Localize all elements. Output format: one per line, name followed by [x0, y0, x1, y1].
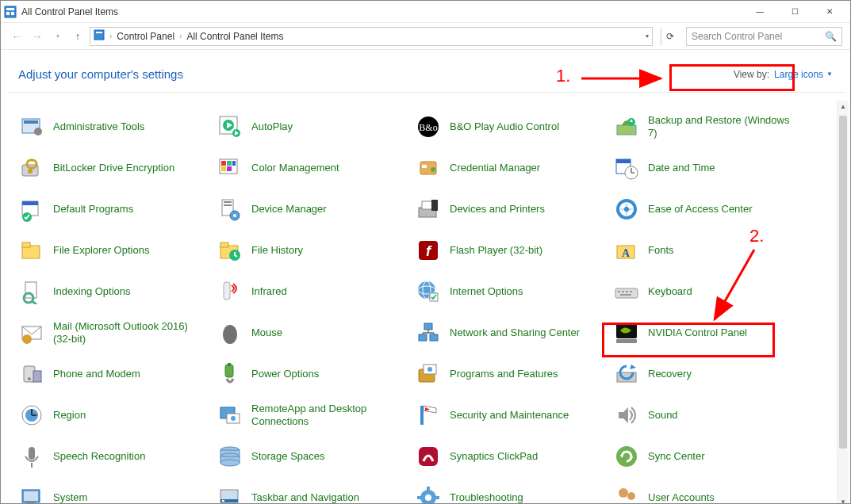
cp-item-security[interactable]: Security and Maintenance [412, 395, 610, 435]
forward-button[interactable]: → [29, 29, 45, 44]
cp-item-mail[interactable]: Mail (Microsoft Outlook 2016) (32-bit) [15, 313, 213, 353]
cp-item-nvidia[interactable]: NVIDIA Control Panel [610, 313, 808, 353]
back-button[interactable]: ← [9, 29, 25, 44]
cp-item-label: Indexing Options [53, 285, 131, 298]
cp-item-credential[interactable]: Credential Manager [412, 148, 610, 188]
cp-item-label: Internet Options [450, 285, 523, 298]
cp-item-recovery[interactable]: Recovery [610, 354, 808, 394]
cp-item-sync[interactable]: Sync Center [610, 437, 808, 476]
backup-icon [613, 113, 640, 140]
breadcrumb-root[interactable]: Control Panel [117, 31, 174, 42]
svg-rect-104 [420, 406, 424, 425]
svg-rect-25 [232, 161, 236, 166]
svg-rect-16 [617, 125, 636, 135]
cp-item-synaptics[interactable]: Synaptics ClickPad [412, 437, 610, 476]
cp-item-ease-access[interactable]: Ease of Access Center [610, 189, 808, 229]
view-by-value[interactable]: Large icons ▼ [774, 69, 833, 80]
svg-rect-71 [626, 291, 628, 292]
cp-item-label: File History [251, 244, 303, 257]
search-input[interactable] [692, 31, 822, 42]
cp-item-backup[interactable]: Backup and Restore (Windows 7) [610, 107, 808, 147]
cp-item-device-manager[interactable]: Device Manager [213, 189, 412, 229]
maximize-button[interactable]: ☐ [777, 1, 812, 23]
svg-point-116 [616, 446, 637, 467]
cp-item-network[interactable]: Network and Sharing Center [412, 313, 610, 353]
cp-item-keyboard[interactable]: Keyboard [610, 272, 808, 311]
cp-item-power[interactable]: Power Options [213, 354, 412, 394]
scroll-down-button[interactable]: ▼ [838, 496, 849, 504]
cp-item-admin-tools[interactable]: Administrative Tools [15, 107, 213, 147]
cp-item-troubleshoot[interactable]: Troubleshooting [412, 478, 610, 504]
cp-item-default-programs[interactable]: Default Programs [15, 189, 213, 229]
svg-line-62 [32, 301, 36, 304]
cp-item-sound[interactable]: Sound [610, 395, 808, 435]
svg-rect-3 [11, 12, 14, 15]
svg-rect-27 [227, 166, 232, 171]
refresh-button[interactable]: ⟳ [661, 28, 678, 45]
svg-rect-24 [227, 161, 232, 166]
cp-item-autoplay[interactable]: AutoPlay [213, 107, 412, 147]
cp-item-bitlocker[interactable]: BitLocker Drive Encryption [15, 148, 213, 188]
search-box[interactable]: 🔍 [686, 27, 842, 46]
titlebar: All Control Panel Items — ☐ ✕ [1, 1, 850, 23]
scroll-track[interactable] [838, 113, 849, 496]
cp-item-phone[interactable]: Phone and Modem [15, 354, 213, 394]
cp-item-flash[interactable]: fFlash Player (32-bit) [412, 231, 610, 270]
storage-icon [217, 443, 243, 470]
cp-item-label: NVIDIA Control Panel [648, 326, 747, 339]
svg-text:A: A [622, 247, 631, 259]
cp-item-mouse[interactable]: Mouse [213, 313, 412, 353]
items-grid: Administrative ToolsAutoPlayB&oB&O Play … [15, 107, 844, 504]
cp-item-speech[interactable]: Speech Recognition [15, 437, 213, 476]
svg-rect-80 [424, 323, 432, 330]
cp-item-label: Sound [648, 409, 678, 422]
cp-item-region[interactable]: Region [15, 395, 213, 435]
cp-item-label: Ease of Access Center [648, 203, 753, 216]
cp-item-color[interactable]: Color Management [213, 148, 412, 188]
svg-rect-29 [422, 165, 427, 168]
cp-item-file-explorer[interactable]: File Explorer Options [15, 231, 213, 270]
cp-item-bno[interactable]: B&oB&O Play Audio Control [412, 107, 610, 147]
up-button[interactable]: ↑ [71, 29, 85, 44]
cp-item-taskbar[interactable]: Taskbar and Navigation [213, 478, 412, 504]
cp-item-label: B&O Play Audio Control [450, 120, 559, 133]
cp-item-infrared[interactable]: Infrared [213, 272, 412, 311]
cp-item-user-accounts[interactable]: User Accounts [610, 478, 808, 504]
address-bar[interactable]: › Control Panel › All Control Panel Item… [90, 27, 653, 46]
cp-item-devices-printers[interactable]: Devices and Printers [412, 189, 610, 229]
view-by-control[interactable]: View by: Large icons ▼ [734, 69, 833, 80]
svg-point-8 [34, 128, 42, 136]
cp-item-programs[interactable]: Programs and Features [412, 354, 610, 394]
cp-item-system[interactable]: System [15, 478, 213, 504]
indexing-icon [18, 278, 45, 305]
cp-item-internet[interactable]: Internet Options [412, 272, 610, 311]
scroll-up-button[interactable]: ▲ [838, 101, 849, 113]
recovery-icon [613, 361, 640, 388]
svg-rect-73 [620, 294, 631, 296]
svg-marker-96 [630, 365, 636, 369]
taskbar-icon [217, 484, 243, 504]
breadcrumb-current[interactable]: All Control Panel Items [186, 31, 283, 42]
svg-rect-130 [435, 496, 439, 499]
close-button[interactable]: ✕ [812, 1, 847, 23]
svg-point-103 [231, 416, 236, 421]
scrollbar[interactable]: ▲ ▼ [837, 101, 849, 504]
address-dropdown-icon[interactable]: ▾ [646, 32, 649, 40]
svg-point-94 [427, 367, 432, 372]
cp-item-storage[interactable]: Storage Spaces [213, 437, 412, 476]
svg-rect-52 [22, 242, 30, 247]
cp-item-label: Programs and Features [450, 368, 558, 380]
scroll-thumb[interactable] [839, 116, 847, 449]
cp-item-remoteapp[interactable]: RemoteApp and Desktop Connections [213, 395, 412, 435]
svg-rect-7 [24, 120, 38, 124]
cp-item-file-history[interactable]: File History [213, 231, 412, 270]
cp-item-datetime[interactable]: Date and Time [610, 148, 808, 188]
annotation-label-2: 2. [749, 226, 764, 246]
recent-locations-dropdown[interactable]: ▾ [50, 29, 66, 44]
cp-item-fonts[interactable]: AFonts [610, 231, 808, 270]
cp-item-indexing[interactable]: Indexing Options [15, 272, 213, 311]
svg-point-114 [220, 460, 240, 466]
troubleshoot-icon [415, 484, 442, 504]
minimize-button[interactable]: — [742, 1, 777, 23]
divider [7, 92, 844, 93]
